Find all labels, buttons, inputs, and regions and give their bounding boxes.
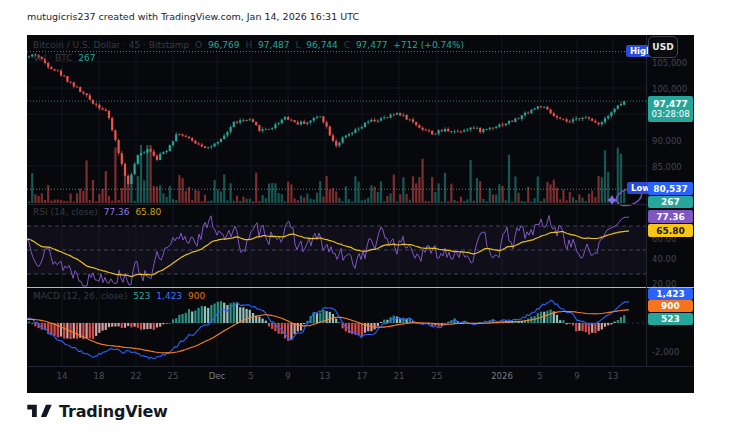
- time-axis-label: 2026: [491, 371, 513, 381]
- macd-line-value: 1,423: [156, 291, 182, 301]
- currency-toggle-button[interactable]: USD: [648, 36, 678, 58]
- brand-name: TradingView: [59, 402, 168, 421]
- price-scale-tick: 40.00: [652, 254, 676, 264]
- time-axis-label: 18: [94, 371, 105, 381]
- time-axis-label: 22: [131, 371, 142, 381]
- rsi-label: RSI (14, close): [33, 207, 98, 217]
- time-axis-label: 17: [357, 371, 368, 381]
- volume-legend[interactable]: Vol · BTC 267: [33, 53, 99, 63]
- volume-label: Vol · BTC: [33, 53, 72, 63]
- chart-container[interactable]: Bitcoin / U.S. Dollar · 45 · Bitstamp O …: [27, 35, 694, 393]
- price-scale-tick: 105,000: [652, 58, 687, 68]
- open-label: O: [195, 40, 202, 50]
- macd-signal-value: 900: [188, 291, 205, 301]
- rsi-badge: 77.36: [648, 210, 693, 223]
- macd-signal-badge: 900: [648, 300, 693, 312]
- macd-hist-value: 523: [133, 291, 150, 301]
- macd-line-badge: 1,423: [648, 288, 693, 300]
- macd-legend[interactable]: MACD (12, 26, close) 523 1,423 900: [33, 291, 208, 301]
- session-low-badge: 80,537: [648, 182, 693, 195]
- attribution-text: mutugicris237 created with TradingView.c…: [27, 11, 359, 22]
- price-scale-tick: 85,000: [652, 162, 682, 172]
- page: mutugicris237 created with TradingView.c…: [0, 0, 736, 441]
- macd-hist-badge: 523: [648, 313, 693, 325]
- volume-badge: 267: [648, 196, 693, 208]
- macd-label: MACD (12, 26, close): [33, 291, 127, 301]
- time-axis-label: Dec: [209, 371, 225, 381]
- price-scale-tick: -2,000: [652, 347, 679, 357]
- time-axis-label: 9: [285, 371, 290, 381]
- time-axis-label: 5: [248, 371, 253, 381]
- change-value: +712 (+0.74%): [393, 40, 464, 50]
- price-scale-tick: 90,000: [652, 136, 682, 146]
- time-axis-label: 25: [432, 371, 443, 381]
- last-price-value: 97,477: [653, 99, 688, 110]
- high-value: 97,487: [258, 40, 290, 50]
- tradingview-icon: [27, 402, 52, 421]
- last-price-badge: 97,477 03:28:08: [648, 96, 693, 122]
- volume-value: 267: [78, 53, 95, 63]
- close-value: 97,477: [356, 40, 388, 50]
- symbol-legend[interactable]: Bitcoin / U.S. Dollar · 45 · Bitstamp O …: [33, 40, 467, 50]
- bar-countdown: 03:28:08: [651, 109, 689, 119]
- time-axis-label: 25: [168, 371, 179, 381]
- high-label: H: [245, 40, 252, 50]
- time-axis-label: 5: [537, 371, 542, 381]
- rsi-value: 77.36: [104, 207, 130, 217]
- open-value: 96,769: [208, 40, 240, 50]
- time-axis-label: 13: [608, 371, 619, 381]
- tradingview-logo[interactable]: TradingView: [27, 402, 168, 421]
- time-axis-label: 9: [574, 371, 579, 381]
- time-axis-label: 21: [394, 371, 405, 381]
- rsi-ma-badge: 65.80: [648, 224, 693, 237]
- price-scale-tick: 100,000: [652, 84, 687, 94]
- low-value: 96,744: [306, 40, 338, 50]
- symbol-title: Bitcoin / U.S. Dollar · 45 · Bitstamp: [33, 40, 189, 50]
- rsi-legend[interactable]: RSI (14, close) 77.36 65.80: [33, 207, 164, 217]
- time-axis-label: 14: [57, 371, 68, 381]
- time-axis-label: 13: [320, 371, 331, 381]
- low-label: L: [295, 40, 300, 50]
- close-label: C: [344, 40, 350, 50]
- rsi-ma-value: 65.80: [135, 207, 161, 217]
